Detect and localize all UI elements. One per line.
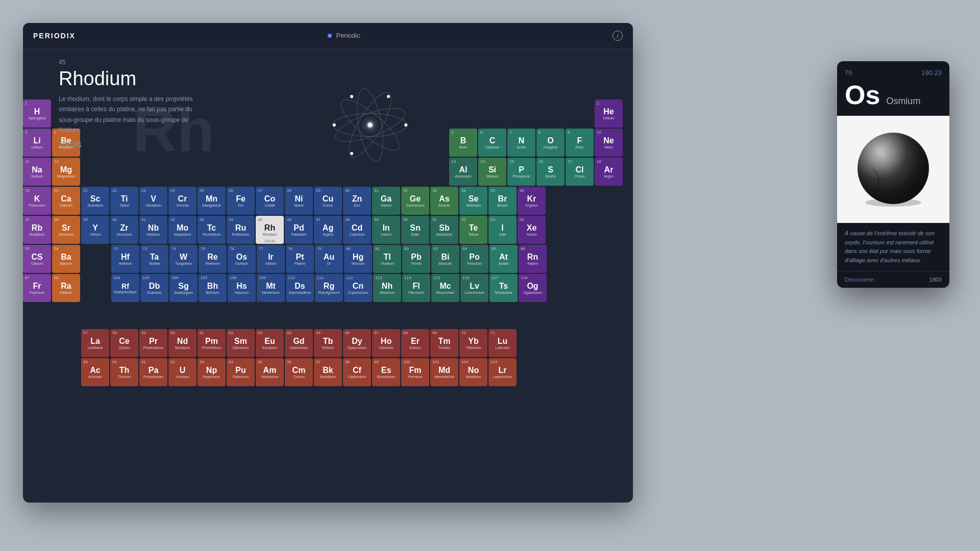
element-Ga[interactable]: 31GaGalium: [372, 187, 400, 216]
element-Br[interactable]: 35BrBrome: [488, 187, 517, 216]
element-Am[interactable]: 95AmAméricium: [256, 358, 284, 388]
element-Al[interactable]: 13AlAluminium: [449, 158, 477, 187]
element-Mg[interactable]: 12MgMagnésium: [52, 158, 80, 187]
element-V[interactable]: 23VVanadium: [139, 187, 167, 216]
element-Hf[interactable]: 72HfHafnium: [111, 245, 139, 274]
element-Rf[interactable]: 104RfRutherfordium: [111, 274, 139, 304]
element-Ra[interactable]: 88RaRadium: [52, 274, 80, 304]
element-Pt[interactable]: 78PtPlatine: [286, 245, 314, 274]
element-Ti[interactable]: 22TiTitane: [110, 187, 138, 216]
element-Nd[interactable]: 60NdNéodyme: [168, 329, 197, 359]
element-Md[interactable]: 101MdMendéléïum: [430, 358, 458, 388]
element-Au[interactable]: 79AuOr: [315, 245, 343, 274]
element-Kr[interactable]: 36KrKrypton: [518, 187, 546, 216]
element-Sr[interactable]: 38SrStrontium: [52, 216, 80, 245]
element-F[interactable]: 9FFluor: [566, 129, 594, 158]
element-W[interactable]: 74WTungstène: [169, 245, 198, 274]
element-Zn[interactable]: 30ZnZinc: [343, 187, 371, 216]
element-Rg[interactable]: 111RgRoentgenium: [315, 274, 343, 304]
element-Pu[interactable]: 94PuPlutonium: [227, 358, 255, 388]
element-Rh[interactable]: 45RhRhodium102.91: [256, 216, 284, 245]
element-Rn[interactable]: 86RnRadon: [519, 245, 547, 274]
element-Te[interactable]: 52TeTellure: [459, 216, 487, 245]
element-Ts[interactable]: 117TsTennessine: [489, 274, 518, 304]
element-Mc[interactable]: 115McMoscovium: [431, 274, 459, 304]
element-Cr[interactable]: 24CrChrome: [168, 187, 197, 216]
element-Hg[interactable]: 80HgMercure: [344, 245, 372, 274]
element-Pr[interactable]: 59PrPraséodyme: [139, 329, 167, 359]
element-Lv[interactable]: 116LvLivermorium: [460, 274, 488, 304]
element-Sm[interactable]: 62SmSamarium: [227, 329, 255, 359]
element-Os[interactable]: 76OsOsmium: [228, 245, 256, 274]
element-Sn[interactable]: 50SnEtain: [401, 216, 429, 245]
element-Ce[interactable]: 58CeCérium: [110, 329, 138, 359]
element-Nb[interactable]: 41NbNiobium: [139, 216, 167, 245]
element-O[interactable]: 8OOxygène: [536, 129, 565, 158]
element-Ag[interactable]: 47AgArgent: [314, 216, 342, 245]
element-Er[interactable]: 68ErErbium: [401, 329, 429, 359]
element-Ne[interactable]: 10NeNéon: [595, 129, 623, 158]
element-Mn[interactable]: 25MnManganèse: [198, 187, 226, 216]
element-Np[interactable]: 93NpNeptunium: [198, 358, 226, 388]
element-Pd[interactable]: 46PdPalladium: [285, 216, 313, 245]
element-Tb[interactable]: 65TbTerbium: [314, 329, 342, 359]
element-B[interactable]: 5BBore: [449, 129, 477, 158]
element-Rb[interactable]: 37RbRubidium: [23, 216, 51, 245]
element-Cl[interactable]: 17ClChlore: [566, 158, 594, 187]
element-Cd[interactable]: 48CdCadmium: [343, 216, 371, 245]
element-Sg[interactable]: 106SgSeaborgium: [169, 274, 198, 304]
element-Po[interactable]: 84PoPolonium: [460, 245, 488, 274]
element-Ds[interactable]: 110DsDarmstadtium: [286, 274, 314, 304]
element-Cu[interactable]: 29CuCuivre: [314, 187, 342, 216]
element-Nh[interactable]: 113NhNihonium: [373, 274, 401, 304]
element-Fe[interactable]: 26FeFer: [227, 187, 255, 216]
element-Ba[interactable]: 56BaBaryum: [52, 245, 80, 274]
element-Db[interactable]: 105DbDubnium: [140, 274, 168, 304]
element-Y[interactable]: 39YYttrium: [81, 216, 109, 245]
element-Pm[interactable]: 61PmProméthium: [198, 329, 226, 359]
element-Fr[interactable]: 87FrFrancium: [23, 274, 51, 304]
info-icon[interactable]: i: [612, 31, 623, 41]
element-Sc[interactable]: 21ScScandium: [81, 187, 109, 216]
element-Pa[interactable]: 91PaProtactinium: [139, 358, 167, 388]
element-Eu[interactable]: 63EuEuropium: [256, 329, 284, 359]
element-Es[interactable]: 99EsEinsteinium: [372, 358, 400, 388]
element-Tc[interactable]: 43TcTechnétium: [198, 216, 226, 245]
element-Ni[interactable]: 28NiNickel: [285, 187, 313, 216]
element-Lr[interactable]: 103LrLawrencium: [488, 358, 517, 388]
element-I[interactable]: 53IIode: [488, 216, 517, 245]
element-C[interactable]: 6CCarbone: [478, 129, 506, 158]
element-Ir[interactable]: 77IrIridium: [257, 245, 285, 274]
element-Th[interactable]: 90ThThorium: [110, 358, 138, 388]
element-Cm[interactable]: 96CmCurium: [285, 358, 313, 388]
element-Re[interactable]: 75ReRhénium: [199, 245, 227, 274]
element-Cn[interactable]: 112CnCopernicium: [344, 274, 372, 304]
element-Hs[interactable]: 108HsHassium: [228, 274, 256, 304]
element-Ge[interactable]: 32GeGermanium: [401, 187, 429, 216]
element-Bh[interactable]: 107BhBohrium: [199, 274, 227, 304]
element-As[interactable]: 33AsArsenic: [430, 187, 458, 216]
element-He[interactable]: 2 He Hélium: [595, 99, 623, 129]
element-Yb[interactable]: 70YbYtterbium: [459, 329, 487, 359]
element-Cf[interactable]: 98CfCalifornium: [343, 358, 371, 388]
element-Tl[interactable]: 81TlThallium: [373, 245, 401, 274]
element-Ac[interactable]: 89AcActinium: [81, 358, 109, 388]
element-Se[interactable]: 34SeSélénium: [459, 187, 487, 216]
element-Ta[interactable]: 73TaTantale: [140, 245, 168, 274]
element-Bi[interactable]: 83BiBismuth: [431, 245, 459, 274]
element-P[interactable]: 15PPhosphore: [507, 158, 535, 187]
element-S[interactable]: 16SSoufre: [536, 158, 565, 187]
element-Ca[interactable]: 20CaCalcium: [52, 187, 80, 216]
element-Gd[interactable]: 64GdGadolinium: [285, 329, 313, 359]
element-Dy[interactable]: 66DyDysprosium: [343, 329, 371, 359]
element-Fl[interactable]: 114FlFlérovium: [402, 274, 430, 304]
element-Og[interactable]: 118OgOganesson: [519, 274, 547, 304]
element-Ho[interactable]: 67HoHolmium: [372, 329, 400, 359]
element-Co[interactable]: 27CoCobalt: [256, 187, 284, 216]
element-No[interactable]: 102NoNobélium: [459, 358, 487, 388]
element-Tm[interactable]: 69TmThulium: [430, 329, 458, 359]
element-Mo[interactable]: 42MoMolybdène: [168, 216, 197, 245]
element-Li[interactable]: 3LiLithium: [23, 129, 51, 158]
element-K[interactable]: 19KPotassium: [23, 187, 51, 216]
element-H[interactable]: 1 H Hydrogène: [23, 99, 51, 129]
